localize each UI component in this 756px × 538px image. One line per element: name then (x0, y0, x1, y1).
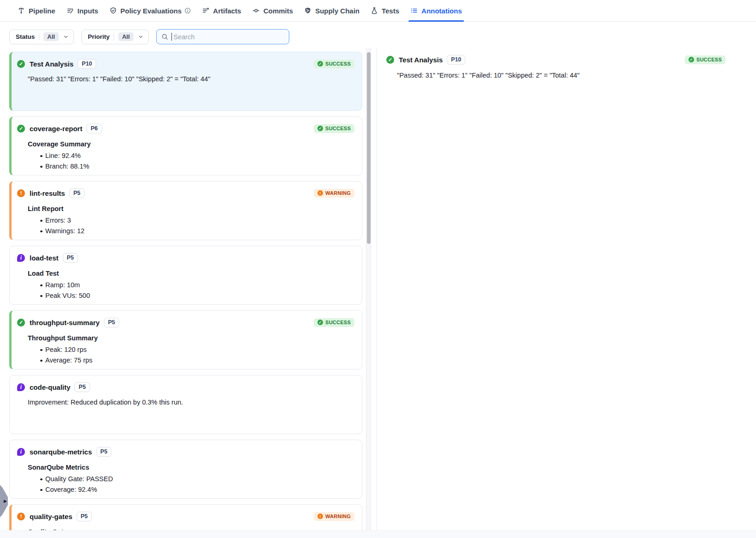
annotation-body-heading: SonarQube Metrics (28, 462, 354, 472)
scrollbar-thumb[interactable] (367, 52, 371, 244)
tab-annotations[interactable]: Annotations (405, 0, 468, 21)
search-icon (161, 33, 168, 40)
tab-inputs[interactable]: Inputs (61, 0, 104, 21)
annotation-bullet-list: Line: 92.4%Branch: 88.1% (28, 151, 354, 172)
annotation-bullet-list: Ramp: 10mPeak VUs: 500 (28, 280, 354, 301)
annotation-card[interactable]: ✓Test AnalysisP10✓SUCCESS"Passed: 31" "E… (9, 52, 362, 111)
annotation-bullet-item: Quality Gate: PASSED (28, 474, 354, 484)
priority-badge: P6 (86, 124, 102, 133)
status-badge: ✓SUCCESS (314, 318, 354, 327)
annotation-card[interactable]: !lint-resultsP5!WARNINGLint ReportErrors… (9, 181, 362, 240)
card-header: ✓throughput-summaryP5✓SUCCESS (17, 317, 354, 328)
tab-label: Inputs (78, 7, 98, 15)
annotation-bullet-item: Average: 75 rps (28, 355, 354, 366)
annotation-bullet-item: Branch: 88.1% (28, 161, 354, 172)
divider (114, 33, 114, 41)
warning-icon: ! (17, 189, 25, 197)
divider (39, 33, 39, 41)
card-header: !lint-resultsP5!WARNING (17, 187, 354, 199)
status-filter-value: All (43, 32, 59, 41)
annotation-title: throughput-summary (30, 319, 100, 326)
search-box[interactable] (156, 29, 289, 44)
status-filter-dropdown[interactable]: Status All (9, 30, 74, 44)
info-icon: i (17, 448, 25, 456)
priority-badge: P5 (69, 188, 85, 198)
annotation-card[interactable]: ✓coverage-reportP6✓SUCCESSCoverage Summa… (9, 116, 362, 175)
supply-chain-icon (304, 7, 311, 14)
annotation-body-heading: Quality Gates (28, 527, 354, 530)
status-badge-label: SUCCESS (325, 126, 351, 131)
annotation-bullet-item: Coverage: 92.4% (28, 484, 354, 495)
status-badge-label: WARNING (325, 190, 351, 196)
priority-filter-value: All (118, 32, 134, 41)
annotation-card[interactable]: !quality-gatesP5!WARNINGQuality Gates (9, 504, 362, 530)
success-icon: ✓ (386, 56, 394, 64)
inputs-icon (67, 7, 74, 14)
tab-label: Pipeline (29, 7, 55, 15)
success-icon: ✓ (317, 320, 323, 325)
tab-label: Artifacts (213, 7, 241, 15)
tab-commits[interactable]: Commits (247, 0, 299, 21)
tab-supply-chain[interactable]: Supply Chain (299, 0, 365, 21)
card-header: ✓Test AnalysisP10✓SUCCESS (17, 58, 354, 69)
annotation-title: code-quality (30, 383, 70, 391)
card-body: Load TestRamp: 10mPeak VUs: 500 (28, 268, 354, 301)
card-body: Quality Gates (28, 527, 354, 530)
commits-icon (252, 7, 260, 14)
annotation-bullet-item: Ramp: 10m (28, 280, 354, 290)
tab-tests[interactable]: Tests (365, 0, 405, 21)
success-icon: ✓ (17, 319, 25, 326)
status-badge: ✓SUCCESS (314, 60, 354, 68)
annotation-card[interactable]: icode-qualityP5Improvement: Reduced dupl… (9, 375, 362, 434)
priority-badge: P10 (447, 55, 465, 65)
status-badge: !WARNING (314, 512, 354, 521)
annotation-bullet-item: Peak: 120 rps (28, 345, 354, 355)
search-input[interactable] (172, 33, 285, 41)
status-badge-label: SUCCESS (325, 61, 351, 66)
priority-badge: P5 (104, 318, 119, 327)
status-badge-label: SUCCESS (696, 57, 722, 62)
status-badge: ✓SUCCESS (314, 124, 354, 133)
annotation-card[interactable]: iload-testP5Load TestRamp: 10mPeak VUs: … (9, 246, 362, 305)
artifacts-icon (202, 7, 209, 14)
annotation-bullet-item: Line: 92.4% (28, 151, 354, 161)
priority-filter-dropdown[interactable]: Priority All (81, 30, 149, 44)
tab-label: Policy Evaluations (121, 7, 182, 15)
annotation-bullet-list: Quality Gate: PASSEDCoverage: 92.4% (28, 474, 354, 495)
tab-pipeline[interactable]: Pipeline (12, 0, 61, 21)
annotation-text: Improvement: Reduced duplication by 0.3%… (28, 398, 354, 407)
tab-artifacts[interactable]: Artifacts (196, 0, 247, 21)
annotation-detail-pane: ✓ Test Analysis P10 ✓ SUCCESS "Passed: 3… (377, 48, 756, 530)
tab-bar: PipelineInputsPolicy EvaluationsArtifact… (0, 0, 756, 22)
tab-label: Commits (263, 7, 293, 15)
card-body: Coverage SummaryLine: 92.4%Branch: 88.1% (28, 139, 354, 172)
annotation-body-heading: Throughput Summary (28, 333, 354, 343)
tab-policy-evaluations[interactable]: Policy Evaluations (104, 0, 197, 21)
annotation-title: load-test (30, 254, 59, 262)
priority-badge: P5 (77, 512, 92, 521)
card-body: Lint ReportErrors: 3Warnings: 12 (28, 204, 354, 236)
annotation-card[interactable]: isonarqube-metricsP5SonarQube MetricsQua… (9, 440, 362, 499)
priority-badge: P10 (78, 59, 96, 69)
tab-label: Tests (382, 7, 399, 15)
scrollbar-track[interactable] (366, 48, 371, 530)
priority-badge: P5 (96, 447, 111, 457)
filter-bar: Status All Priority All (0, 22, 756, 44)
expand-arrow-icon: ▶ (4, 499, 7, 503)
priority-badge: P5 (74, 382, 90, 392)
card-body: "Passed: 31" "Errors: 1" "Failed: 10" "S… (28, 74, 354, 84)
bottom-strip (0, 530, 756, 538)
annotation-text: "Passed: 31" "Errors: 1" "Failed: 10" "S… (28, 74, 354, 84)
priority-badge: P5 (63, 253, 78, 263)
annotation-list: ✓Test AnalysisP10✓SUCCESS"Passed: 31" "E… (0, 48, 365, 530)
annotations-icon (410, 7, 418, 14)
annotation-bullet-item: Warnings: 12 (28, 226, 354, 236)
card-header: ✓coverage-reportP6✓SUCCESS (17, 123, 354, 134)
pipeline-icon (18, 7, 25, 14)
card-header: iload-testP5 (17, 252, 354, 263)
annotation-card[interactable]: ✓throughput-summaryP5✓SUCCESSThroughput … (9, 310, 362, 369)
success-icon: ✓ (17, 60, 25, 68)
status-badge: ✓ SUCCESS (685, 55, 726, 64)
annotation-title: sonarqube-metrics (30, 448, 92, 456)
annotation-title: Test Analysis (30, 60, 73, 68)
